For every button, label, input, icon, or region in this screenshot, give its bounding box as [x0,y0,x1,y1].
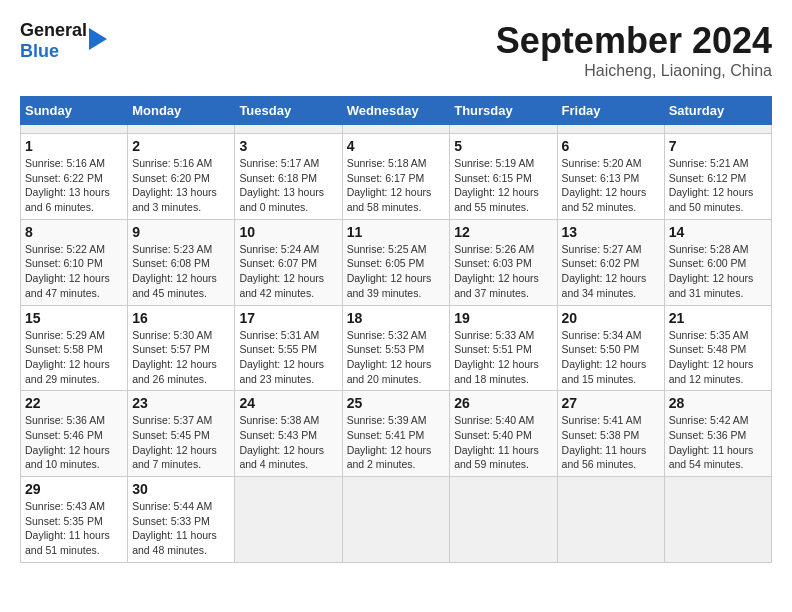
calendar-cell: 20Sunrise: 5:34 AM Sunset: 5:50 PM Dayli… [557,305,664,391]
day-info: Sunrise: 5:35 AM Sunset: 5:48 PM Dayligh… [669,328,767,387]
calendar-cell: 9Sunrise: 5:23 AM Sunset: 6:08 PM Daylig… [128,219,235,305]
day-info: Sunrise: 5:16 AM Sunset: 6:20 PM Dayligh… [132,156,230,215]
day-number: 1 [25,138,123,154]
calendar-cell: 12Sunrise: 5:26 AM Sunset: 6:03 PM Dayli… [450,219,557,305]
calendar-cell: 29Sunrise: 5:43 AM Sunset: 5:35 PM Dayli… [21,477,128,563]
calendar-table: SundayMondayTuesdayWednesdayThursdayFrid… [20,96,772,563]
calendar-week-row: 8Sunrise: 5:22 AM Sunset: 6:10 PM Daylig… [21,219,772,305]
calendar-cell: 18Sunrise: 5:32 AM Sunset: 5:53 PM Dayli… [342,305,450,391]
day-info: Sunrise: 5:19 AM Sunset: 6:15 PM Dayligh… [454,156,552,215]
month-year-title: September 2024 [496,20,772,62]
day-info: Sunrise: 5:42 AM Sunset: 5:36 PM Dayligh… [669,413,767,472]
day-number: 17 [239,310,337,326]
day-info: Sunrise: 5:37 AM Sunset: 5:45 PM Dayligh… [132,413,230,472]
calendar-cell: 28Sunrise: 5:42 AM Sunset: 5:36 PM Dayli… [664,391,771,477]
day-of-week-header: Sunday [21,97,128,125]
calendar-cell: 7Sunrise: 5:21 AM Sunset: 6:12 PM Daylig… [664,134,771,220]
calendar-cell: 25Sunrise: 5:39 AM Sunset: 5:41 PM Dayli… [342,391,450,477]
day-number: 12 [454,224,552,240]
calendar-cell: 4Sunrise: 5:18 AM Sunset: 6:17 PM Daylig… [342,134,450,220]
day-info: Sunrise: 5:26 AM Sunset: 6:03 PM Dayligh… [454,242,552,301]
day-info: Sunrise: 5:22 AM Sunset: 6:10 PM Dayligh… [25,242,123,301]
day-number: 21 [669,310,767,326]
day-number: 18 [347,310,446,326]
calendar-week-row: 29Sunrise: 5:43 AM Sunset: 5:35 PM Dayli… [21,477,772,563]
calendar-cell [450,125,557,134]
day-info: Sunrise: 5:43 AM Sunset: 5:35 PM Dayligh… [25,499,123,558]
calendar-cell: 15Sunrise: 5:29 AM Sunset: 5:58 PM Dayli… [21,305,128,391]
calendar-cell: 22Sunrise: 5:36 AM Sunset: 5:46 PM Dayli… [21,391,128,477]
calendar-cell: 5Sunrise: 5:19 AM Sunset: 6:15 PM Daylig… [450,134,557,220]
calendar-cell: 27Sunrise: 5:41 AM Sunset: 5:38 PM Dayli… [557,391,664,477]
day-number: 15 [25,310,123,326]
calendar-week-row: 22Sunrise: 5:36 AM Sunset: 5:46 PM Dayli… [21,391,772,477]
calendar-cell: 8Sunrise: 5:22 AM Sunset: 6:10 PM Daylig… [21,219,128,305]
day-info: Sunrise: 5:31 AM Sunset: 5:55 PM Dayligh… [239,328,337,387]
day-info: Sunrise: 5:21 AM Sunset: 6:12 PM Dayligh… [669,156,767,215]
calendar-cell: 21Sunrise: 5:35 AM Sunset: 5:48 PM Dayli… [664,305,771,391]
calendar-week-row: 15Sunrise: 5:29 AM Sunset: 5:58 PM Dayli… [21,305,772,391]
calendar-cell: 16Sunrise: 5:30 AM Sunset: 5:57 PM Dayli… [128,305,235,391]
calendar-cell [557,477,664,563]
day-number: 8 [25,224,123,240]
day-number: 26 [454,395,552,411]
calendar-cell: 11Sunrise: 5:25 AM Sunset: 6:05 PM Dayli… [342,219,450,305]
calendar-cell: 10Sunrise: 5:24 AM Sunset: 6:07 PM Dayli… [235,219,342,305]
day-info: Sunrise: 5:34 AM Sunset: 5:50 PM Dayligh… [562,328,660,387]
day-number: 10 [239,224,337,240]
calendar-cell: 23Sunrise: 5:37 AM Sunset: 5:45 PM Dayli… [128,391,235,477]
day-info: Sunrise: 5:16 AM Sunset: 6:22 PM Dayligh… [25,156,123,215]
day-number: 2 [132,138,230,154]
day-info: Sunrise: 5:38 AM Sunset: 5:43 PM Dayligh… [239,413,337,472]
day-number: 23 [132,395,230,411]
calendar-cell [342,125,450,134]
day-number: 11 [347,224,446,240]
calendar-cell: 19Sunrise: 5:33 AM Sunset: 5:51 PM Dayli… [450,305,557,391]
calendar-cell [128,125,235,134]
day-info: Sunrise: 5:32 AM Sunset: 5:53 PM Dayligh… [347,328,446,387]
day-of-week-header: Tuesday [235,97,342,125]
calendar-cell [342,477,450,563]
calendar-cell: 2Sunrise: 5:16 AM Sunset: 6:20 PM Daylig… [128,134,235,220]
day-of-week-header: Monday [128,97,235,125]
day-number: 5 [454,138,552,154]
day-info: Sunrise: 5:41 AM Sunset: 5:38 PM Dayligh… [562,413,660,472]
logo-text: General Blue [20,20,87,61]
calendar-cell: 26Sunrise: 5:40 AM Sunset: 5:40 PM Dayli… [450,391,557,477]
day-info: Sunrise: 5:29 AM Sunset: 5:58 PM Dayligh… [25,328,123,387]
day-info: Sunrise: 5:30 AM Sunset: 5:57 PM Dayligh… [132,328,230,387]
day-number: 9 [132,224,230,240]
calendar-cell: 17Sunrise: 5:31 AM Sunset: 5:55 PM Dayli… [235,305,342,391]
calendar-cell [557,125,664,134]
calendar-cell [235,477,342,563]
calendar-cell: 3Sunrise: 5:17 AM Sunset: 6:18 PM Daylig… [235,134,342,220]
calendar-cell [235,125,342,134]
day-number: 6 [562,138,660,154]
day-info: Sunrise: 5:17 AM Sunset: 6:18 PM Dayligh… [239,156,337,215]
day-number: 19 [454,310,552,326]
calendar-cell: 24Sunrise: 5:38 AM Sunset: 5:43 PM Dayli… [235,391,342,477]
day-number: 20 [562,310,660,326]
calendar-cell [664,125,771,134]
logo: General Blue [20,20,107,61]
day-number: 22 [25,395,123,411]
svg-marker-0 [89,28,107,50]
calendar-cell: 1Sunrise: 5:16 AM Sunset: 6:22 PM Daylig… [21,134,128,220]
day-of-week-header: Wednesday [342,97,450,125]
day-number: 14 [669,224,767,240]
calendar-cell: 13Sunrise: 5:27 AM Sunset: 6:02 PM Dayli… [557,219,664,305]
calendar-cell: 14Sunrise: 5:28 AM Sunset: 6:00 PM Dayli… [664,219,771,305]
day-info: Sunrise: 5:39 AM Sunset: 5:41 PM Dayligh… [347,413,446,472]
day-info: Sunrise: 5:23 AM Sunset: 6:08 PM Dayligh… [132,242,230,301]
day-of-week-header: Thursday [450,97,557,125]
day-info: Sunrise: 5:25 AM Sunset: 6:05 PM Dayligh… [347,242,446,301]
day-info: Sunrise: 5:24 AM Sunset: 6:07 PM Dayligh… [239,242,337,301]
day-info: Sunrise: 5:18 AM Sunset: 6:17 PM Dayligh… [347,156,446,215]
day-info: Sunrise: 5:28 AM Sunset: 6:00 PM Dayligh… [669,242,767,301]
day-number: 27 [562,395,660,411]
day-number: 25 [347,395,446,411]
calendar-cell [450,477,557,563]
day-number: 16 [132,310,230,326]
calendar-week-row: 1Sunrise: 5:16 AM Sunset: 6:22 PM Daylig… [21,134,772,220]
day-number: 29 [25,481,123,497]
